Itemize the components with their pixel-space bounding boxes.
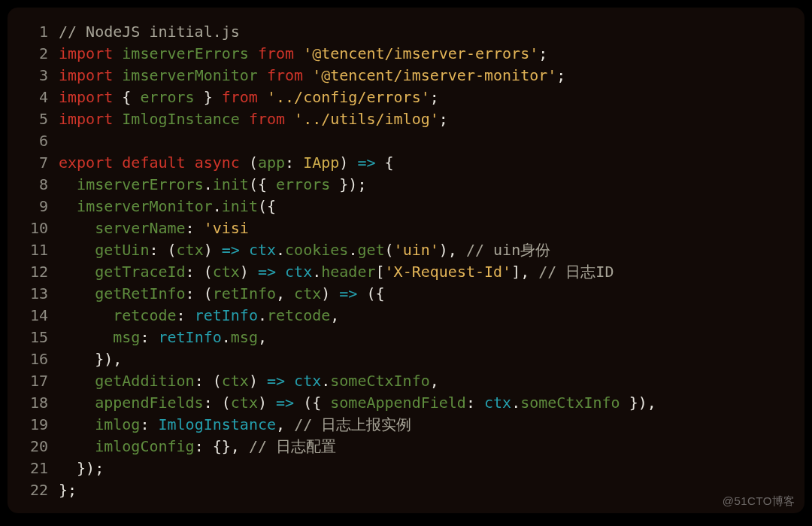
token: : — [285, 154, 303, 172]
line-number: 8 — [8, 174, 59, 196]
token: . — [222, 328, 231, 346]
line-number: 21 — [8, 458, 59, 479]
token: ; — [439, 110, 448, 128]
token: : — [186, 219, 204, 237]
line-content: getUin: (ctx) => ctx.cookies.get('uin'),… — [59, 239, 804, 261]
line-content: import imserverMonitor from '@tencent/im… — [59, 65, 804, 87]
token: 'visi — [204, 219, 249, 237]
token: imlog — [95, 415, 140, 433]
token: : — [466, 394, 484, 412]
token: getRetInfo — [95, 284, 185, 303]
token: ctx — [231, 394, 258, 412]
code-line: 1// NodeJS initial.js — [8, 21, 804, 43]
token: . — [204, 175, 213, 193]
token: => — [258, 263, 276, 281]
token: => — [339, 284, 357, 303]
line-content: getTraceId: (ctx) => ctx.header['X-Reque… — [59, 261, 804, 283]
token — [59, 306, 113, 324]
token: // NodeJS initial.js — [59, 23, 240, 41]
token: }); — [330, 175, 366, 193]
line-number: 9 — [8, 196, 59, 217]
code-line: 22}; — [8, 479, 804, 501]
token: . — [312, 263, 321, 281]
token: imserverErrors — [77, 175, 204, 193]
token: import — [59, 66, 113, 84]
line-content: }; — [59, 479, 804, 501]
token — [285, 110, 294, 128]
token — [285, 372, 294, 390]
line-number: 5 — [8, 108, 59, 130]
token: get — [357, 241, 384, 259]
token: default — [122, 154, 185, 172]
code-line: 4import { errors } from '../config/error… — [8, 87, 804, 108]
token: '../utils/imlog' — [294, 110, 439, 128]
token: }; — [59, 481, 77, 499]
token: ctx — [249, 241, 276, 259]
token: , — [276, 284, 294, 303]
token: someCtxInfo — [520, 394, 620, 412]
token: }), — [620, 394, 656, 412]
token: export — [59, 154, 113, 172]
token: ; — [538, 44, 547, 62]
token: someAppendField — [330, 394, 466, 412]
code-line: 9 imserverMonitor.init({ — [8, 196, 804, 217]
token: '@tencent/imserver-monitor' — [312, 66, 556, 84]
line-content: // NodeJS initial.js — [59, 21, 804, 43]
line-content: imlog: ImlogInstance, // 日志上报实例 — [59, 414, 804, 436]
token: msg — [113, 328, 140, 346]
token: '../config/errors' — [267, 88, 430, 106]
line-number: 11 — [8, 239, 59, 261]
token — [113, 44, 122, 62]
token — [113, 66, 122, 84]
token: ), — [439, 241, 466, 259]
code-line: 21 }); — [8, 458, 804, 479]
line-content: }); — [59, 458, 804, 479]
token: '@tencent/imserver-errors' — [303, 44, 538, 62]
line-content: msg: retInfo.msg, — [59, 327, 804, 348]
token — [113, 110, 122, 128]
code-line: 3import imserverMonitor from '@tencent/i… — [8, 65, 804, 87]
line-content: imserverErrors.init({ errors }); — [59, 174, 804, 196]
token: from — [258, 44, 294, 62]
token: retInfo — [195, 306, 258, 324]
token: imlogConfig — [95, 437, 194, 455]
code-line: 20 imlogConfig: {}, // 日志配置 — [8, 436, 804, 458]
token: errors — [140, 88, 194, 106]
token — [59, 328, 113, 346]
line-content: appendFields: (ctx) => ({ someAppendFiel… — [59, 392, 804, 414]
token: , — [430, 372, 439, 390]
token: // 日志配置 — [249, 437, 336, 455]
watermark: @51CTO博客 — [723, 494, 795, 509]
token: init — [213, 175, 249, 193]
line-number: 15 — [8, 327, 59, 348]
token: [ — [376, 263, 385, 281]
line-content: }), — [59, 348, 804, 370]
token: ( — [385, 241, 394, 259]
code-line: 17 getAddition: (ctx) => ctx.someCtxInfo… — [8, 370, 804, 392]
token: // 日志ID — [538, 263, 614, 281]
token — [258, 66, 267, 84]
token: errors — [276, 175, 330, 193]
token: . — [213, 197, 222, 215]
token: cookies — [285, 241, 348, 259]
line-number: 2 — [8, 43, 59, 65]
token: ) — [339, 154, 357, 172]
token: . — [348, 241, 357, 259]
token: 'X-Request-Id' — [385, 263, 512, 281]
token: serverName — [95, 219, 185, 237]
token: getAddition — [95, 372, 194, 390]
token: , — [276, 415, 294, 433]
token: import — [59, 88, 113, 106]
token — [59, 415, 95, 433]
line-number: 18 — [8, 392, 59, 414]
token: from — [267, 66, 303, 84]
token — [59, 241, 95, 259]
token: retInfo — [158, 328, 221, 346]
code-line: 13 getRetInfo: (retInfo, ctx) => ({ — [8, 283, 804, 305]
code-line: 11 getUin: (ctx) => ctx.cookies.get('uin… — [8, 239, 804, 261]
line-number: 17 — [8, 370, 59, 392]
token: from — [249, 110, 285, 128]
token — [276, 263, 285, 281]
line-content: serverName: 'visi — [59, 217, 804, 239]
token: => — [267, 372, 285, 390]
